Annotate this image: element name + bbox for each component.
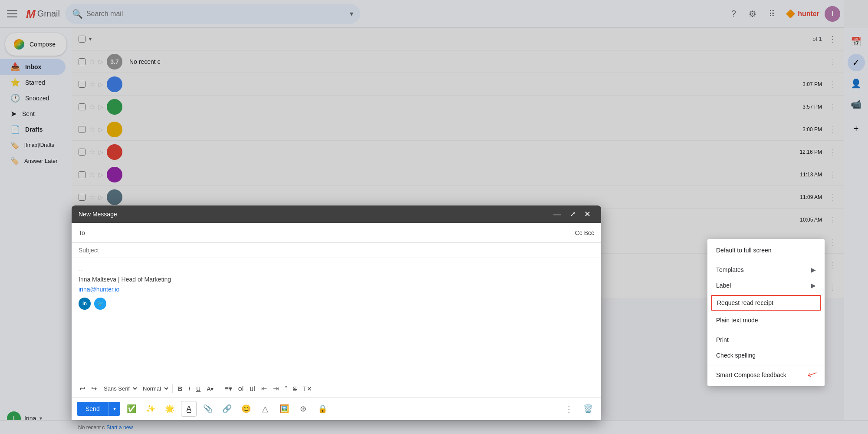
right-sidebar-contacts-icon[interactable]: 👤 <box>848 75 865 92</box>
star-row-icon[interactable]: ☆ <box>89 193 95 201</box>
row-checkbox[interactable] <box>79 194 85 201</box>
text-color-button[interactable]: A▾ <box>204 384 216 394</box>
row-checkbox[interactable] <box>79 58 85 65</box>
more-options-icon[interactable]: ⋮ <box>829 34 837 44</box>
bulleted-list-button[interactable]: ul <box>247 383 257 394</box>
to-input[interactable] <box>89 229 575 236</box>
start-new-link[interactable]: Start a new <box>106 424 133 431</box>
menu-item-print[interactable]: Print <box>707 332 825 348</box>
send-options-button[interactable]: ▾ <box>108 402 120 416</box>
table-row[interactable]: ☆ ▷ 11:13 AM ⋮ <box>72 163 844 186</box>
table-row[interactable]: ☆ ▷ 12:16 PM ⋮ <box>72 141 844 163</box>
search-input[interactable] <box>86 10 346 18</box>
sidebar-item-drafts[interactable]: 📄 Drafts <box>0 122 66 137</box>
align-button[interactable]: ≡▾ <box>222 383 234 394</box>
star-row-icon[interactable]: ☆ <box>89 80 95 88</box>
schedule-send-icon[interactable]: ✅ <box>124 401 139 417</box>
drive-button[interactable]: △ <box>257 401 273 417</box>
signature-email[interactable]: irina@hunter.io <box>79 286 119 293</box>
row-checkbox[interactable] <box>79 126 85 133</box>
more-row-icon[interactable]: ⋮ <box>829 57 837 66</box>
star-row-icon[interactable]: ☆ <box>89 170 95 179</box>
table-row[interactable]: ☆ ▷ 3:57 PM ⋮ <box>72 96 844 118</box>
cc-bcc-button[interactable]: Cc Bcc <box>575 229 594 236</box>
redo-button[interactable]: ↪ <box>89 383 99 394</box>
text-format-icon[interactable]: A̲ <box>181 401 197 417</box>
attach-button[interactable]: 📎 <box>200 401 216 417</box>
more-row-icon[interactable]: ⋮ <box>829 80 837 89</box>
photos-button[interactable]: 🖼️ <box>276 401 292 417</box>
sidebar-item-sent[interactable]: ➤ Sent <box>0 106 66 122</box>
menu-item-smart-compose-feedback[interactable]: Smart Compose feedback <box>707 367 825 383</box>
row-checkbox[interactable] <box>79 171 85 178</box>
sidebar-item-starred[interactable]: ⭐ Starred <box>0 75 66 90</box>
sidebar-item-inbox[interactable]: 📥 Inbox <box>0 59 66 75</box>
menu-item-templates[interactable]: Templates ▶ <box>707 262 825 278</box>
delete-draft-button[interactable]: 🗑️ <box>580 401 596 417</box>
select-dropdown-icon[interactable]: ▾ <box>89 36 92 42</box>
star-row-icon[interactable]: ☆ <box>89 57 95 66</box>
expand-button[interactable]: ⤢ <box>566 209 579 219</box>
row-checkbox[interactable] <box>79 149 85 156</box>
sidebar-item-imap-drafts[interactable]: 🏷️ [Imap]/Drafts <box>0 137 66 153</box>
link-button[interactable]: 🔗 <box>219 401 235 417</box>
menu-item-plain-text-mode[interactable]: Plain text mode <box>707 312 825 328</box>
compose-button[interactable]: + Compose <box>5 33 66 56</box>
font-size-select[interactable]: Normal <box>139 384 170 393</box>
strikethrough-button[interactable]: S̶ <box>290 384 299 394</box>
star-row-icon[interactable]: ☆ <box>89 148 95 156</box>
right-sidebar-add-icon[interactable]: + <box>848 120 865 137</box>
more-options-button[interactable]: ⋮ <box>561 401 577 417</box>
star-row-icon[interactable]: ☆ <box>89 103 95 111</box>
sidebar-item-answer-later[interactable]: 🏷️ Answer Later <box>0 153 66 169</box>
avatar[interactable]: I <box>825 6 840 22</box>
subject-input[interactable] <box>79 247 594 254</box>
menu-item-check-spelling[interactable]: Check spelling <box>707 348 825 363</box>
italic-button[interactable]: I <box>186 384 193 394</box>
help-button[interactable]: ? <box>725 5 742 23</box>
menu-item-request-read-receipt[interactable]: Request read receipt <box>711 295 821 311</box>
more-row-icon[interactable]: ⋮ <box>829 170 837 179</box>
hamburger-button[interactable] <box>3 5 21 23</box>
bold-button[interactable]: B <box>175 384 185 394</box>
more-row-icon[interactable]: ⋮ <box>829 102 837 112</box>
menu-item-label[interactable]: Label ▶ <box>707 278 825 293</box>
star-row-icon[interactable]: ☆ <box>89 125 95 133</box>
indent-more-button[interactable]: ⇥ <box>270 383 281 394</box>
menu-item-default-full-screen[interactable]: Default to full screen <box>707 242 825 258</box>
minimize-button[interactable]: — <box>550 209 565 220</box>
search-dropdown-icon[interactable]: ▾ <box>350 10 353 18</box>
right-sidebar-calendar-icon[interactable]: 📅 <box>848 33 865 50</box>
more-row-icon[interactable]: ⋮ <box>829 215 837 225</box>
underline-button[interactable]: U <box>194 384 203 394</box>
numbered-list-button[interactable]: ol <box>236 383 246 394</box>
row-checkbox[interactable] <box>79 81 85 88</box>
table-row[interactable]: ☆ ▷ 3:00 PM ⋮ <box>72 118 844 141</box>
select-all-checkbox[interactable] <box>79 36 85 43</box>
remove-format-button[interactable]: T̲✕ <box>300 384 315 394</box>
indent-less-button[interactable]: ⇤ <box>259 383 270 394</box>
blockquote-button[interactable]: " <box>282 383 290 394</box>
compose-body[interactable]: -- Irina Maltseva | Head of Marketing ir… <box>72 258 601 380</box>
more-row-icon[interactable]: ⋮ <box>829 192 837 202</box>
more-row-icon[interactable]: ⋮ <box>829 260 837 270</box>
font-family-select[interactable]: Sans Serif <box>100 384 138 393</box>
right-sidebar-tasks-icon[interactable]: ✓ <box>848 54 865 71</box>
close-compose-button[interactable]: ✕ <box>581 209 594 220</box>
undo-button[interactable]: ↩ <box>77 383 88 394</box>
more-row-icon[interactable]: ⋮ <box>829 147 837 157</box>
more-row-icon[interactable]: ⋮ <box>829 238 837 247</box>
more-row-icon[interactable]: ⋮ <box>829 283 837 292</box>
emoji-button[interactable]: 😊 <box>238 401 254 417</box>
table-row[interactable]: ☆ ▷ 3:07 PM ⋮ <box>72 73 844 96</box>
row-checkbox[interactable] <box>79 103 85 110</box>
twitter-icon[interactable]: 🐦 <box>94 298 106 310</box>
signature-button[interactable]: ⊕ <box>296 401 311 417</box>
settings-button[interactable]: ⚙ <box>744 5 761 23</box>
send-button[interactable]: Send <box>77 402 108 416</box>
right-sidebar-zoom-icon[interactable]: 📹 <box>848 96 865 113</box>
sparkle-icon[interactable]: ✨ <box>143 401 158 417</box>
emoji-alt-icon[interactable]: 🌟 <box>162 401 178 417</box>
apps-button[interactable]: ⠿ <box>763 5 780 23</box>
confidential-button[interactable]: 🔒 <box>315 401 330 417</box>
